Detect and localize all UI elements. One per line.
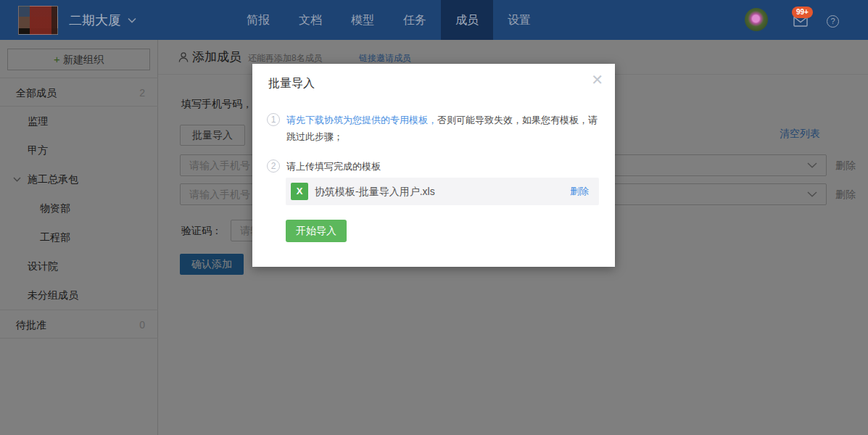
user-avatar[interactable]	[745, 8, 768, 31]
nav-tab-members[interactable]: 成员	[441, 0, 493, 40]
project-name: 二期大厦	[69, 12, 121, 29]
close-icon[interactable]: ✕	[591, 71, 603, 88]
step-2-number: 2	[267, 160, 280, 173]
download-template-link[interactable]: 请先下载协筑为您提供的专用模板，	[286, 115, 437, 125]
batch-import-modal: 批量导入 ✕ 1 请先下载协筑为您提供的专用模板，否则可能导致失效，如果您有模板…	[252, 64, 615, 267]
step-1-text: 请先下载协筑为您提供的专用模板，否则可能导致失效，如果您有模板，请跳过此步骤；	[286, 112, 601, 145]
step-1-number: 1	[267, 113, 280, 126]
excel-file-icon: X	[291, 183, 308, 200]
uploaded-file-row: X 协筑模板-批量导入用户.xls 删除	[286, 178, 599, 205]
delete-file-link[interactable]: 删除	[570, 178, 589, 205]
step-1: 1 请先下载协筑为您提供的专用模板，否则可能导致失效，如果您有模板，请跳过此步骤…	[267, 112, 601, 145]
uploaded-file-name: 协筑模板-批量导入用户.xls	[315, 178, 435, 205]
chevron-down-icon	[128, 17, 136, 23]
notification-count-badge[interactable]: 99+	[792, 7, 813, 18]
project-switcher[interactable]: 二期大厦	[69, 0, 136, 40]
step-2: 2 请上传填写完成的模板	[267, 158, 601, 175]
top-navbar: 二期大厦 简报 文档 模型 任务 成员 设置 99+ ?	[0, 0, 868, 40]
app-window: 二期大厦 简报 文档 模型 任务 成员 设置 99+ ? +新建组织 全部成员 …	[0, 0, 868, 435]
nav-tab-settings[interactable]: 设置	[493, 0, 545, 40]
step-2-text: 请上传填写完成的模板	[286, 158, 601, 175]
help-icon[interactable]: ?	[827, 15, 839, 28]
project-logo-thumbnail[interactable]	[18, 6, 58, 35]
nav-tab-models[interactable]: 模型	[336, 0, 389, 40]
nav-tab-tasks[interactable]: 任务	[389, 0, 441, 40]
nav-tab-documents[interactable]: 文档	[284, 0, 336, 40]
main-nav: 简报 文档 模型 任务 成员 设置	[232, 0, 545, 40]
modal-title: 批量导入	[268, 76, 315, 91]
nav-tab-briefing[interactable]: 简报	[232, 0, 284, 40]
start-import-button[interactable]: 开始导入	[286, 220, 347, 242]
